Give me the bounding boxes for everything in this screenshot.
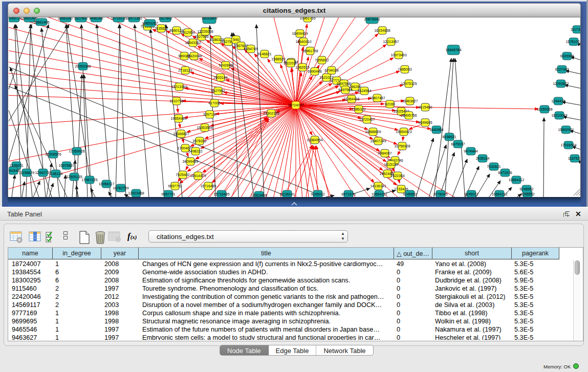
svg-text:7955812: 7955812 (315, 58, 329, 62)
svg-text:12213957: 12213957 (383, 40, 399, 43)
svg-text:20053346: 20053346 (75, 64, 91, 68)
svg-text:12923468: 12923468 (251, 193, 267, 197)
svg-text:14055724: 14055724 (9, 17, 22, 20)
svg-text:9245652: 9245652 (403, 192, 417, 196)
svg-text:6990448: 6990448 (308, 70, 321, 73)
svg-text:8778945: 8778945 (433, 192, 447, 196)
svg-text:15692971: 15692971 (558, 128, 574, 132)
svg-text:2522354: 2522354 (390, 174, 404, 178)
svg-text:5498222: 5498222 (188, 149, 202, 153)
svg-text:14136141: 14136141 (370, 184, 386, 188)
svg-text:9227343: 9227343 (555, 68, 569, 71)
svg-text:34099489: 34099489 (182, 160, 198, 163)
svg-text:13226058: 13226058 (197, 30, 213, 33)
svg-text:20691406: 20691406 (33, 20, 49, 24)
svg-text:16210043: 16210043 (551, 114, 567, 117)
svg-text:10961755: 10961755 (299, 17, 315, 20)
svg-text:10463627: 10463627 (402, 99, 418, 103)
svg-text:3624554: 3624554 (357, 89, 371, 93)
svg-text:5322037: 5322037 (284, 61, 297, 65)
svg-text:7635822: 7635822 (154, 27, 168, 30)
svg-text:15751074: 15751074 (565, 40, 581, 43)
svg-text:19166827: 19166827 (173, 132, 189, 136)
svg-text:18724007: 18724007 (288, 103, 303, 107)
svg-text:3578332: 3578332 (192, 139, 206, 143)
svg-text:1588520: 1588520 (271, 57, 285, 61)
svg-text:16971355: 16971355 (126, 17, 142, 20)
svg-text:28495756: 28495756 (401, 114, 417, 117)
svg-text:19654923: 19654923 (396, 130, 411, 134)
svg-text:2718129: 2718129 (178, 69, 192, 72)
svg-text:12923468: 12923468 (128, 191, 144, 195)
svg-text:7986322: 7986322 (352, 107, 365, 111)
svg-text:1145134: 1145134 (49, 172, 63, 176)
svg-text:1527602: 1527602 (74, 17, 88, 20)
svg-text:9657791: 9657791 (168, 184, 182, 188)
svg-text:1167531: 1167531 (568, 157, 581, 160)
svg-text:12975125: 12975125 (401, 82, 417, 85)
svg-text:9474444: 9474444 (464, 149, 477, 153)
svg-text:6794028: 6794028 (324, 69, 338, 72)
svg-text:11136141: 11136141 (279, 192, 295, 196)
svg-text:18407249: 18407249 (370, 139, 386, 143)
svg-text:546: 546 (233, 38, 239, 41)
svg-text:12159358: 12159358 (536, 107, 552, 111)
svg-text:15716485: 15716485 (213, 192, 229, 196)
svg-text:8471676: 8471676 (341, 192, 355, 196)
svg-text:9115460: 9115460 (419, 105, 432, 109)
svg-text:15716485: 15716485 (200, 184, 216, 188)
svg-text:16154838: 16154838 (374, 29, 390, 32)
svg-text:10807487: 10807487 (369, 96, 385, 100)
svg-text:7485003: 7485003 (398, 68, 411, 71)
svg-text:17957225: 17957225 (81, 178, 97, 182)
svg-text:3267110: 3267110 (203, 113, 217, 116)
svg-text:9329906: 9329906 (560, 54, 574, 58)
svg-text:9146821: 9146821 (257, 52, 271, 56)
svg-text:16543362: 16543362 (185, 41, 201, 45)
svg-text:9245652: 9245652 (519, 187, 533, 191)
svg-text:9912954: 9912954 (181, 31, 194, 34)
svg-text:8938921: 8938921 (442, 135, 456, 139)
svg-text:62160: 62160 (385, 102, 395, 106)
svg-text:16961758: 16961758 (302, 49, 318, 53)
svg-text:15720407: 15720407 (359, 118, 375, 121)
svg-text:8454749: 8454749 (244, 47, 257, 51)
svg-text:18640910: 18640910 (295, 40, 311, 43)
svg-text:1610755: 1610755 (169, 99, 183, 103)
svg-text:16033809: 16033809 (201, 17, 217, 20)
svg-text:10654112: 10654112 (492, 192, 508, 196)
svg-text:9245012: 9245012 (311, 192, 324, 196)
svg-text:6479197: 6479197 (451, 142, 465, 146)
svg-text:20876642: 20876642 (364, 17, 380, 21)
svg-text:11156829: 11156829 (19, 171, 34, 174)
svg-text:22420046: 22420046 (186, 54, 202, 58)
svg-text:21364436: 21364436 (343, 97, 359, 101)
svg-text:417006: 417006 (208, 101, 220, 105)
svg-text:1615132: 1615132 (384, 163, 398, 166)
svg-text:19384554: 19384554 (307, 138, 322, 142)
svg-text:1733426: 1733426 (394, 187, 408, 191)
svg-text:1362615: 1362615 (295, 65, 309, 69)
svg-text:1117345: 1117345 (571, 28, 581, 31)
svg-text:8471676: 8471676 (498, 171, 512, 174)
svg-text:19654984: 19654984 (170, 117, 186, 120)
svg-text:7632621: 7632621 (487, 165, 500, 168)
svg-text:2803144: 2803144 (213, 76, 227, 79)
svg-text:17359928: 17359928 (69, 149, 84, 153)
svg-text:12505135: 12505135 (66, 175, 82, 179)
svg-text:16782759: 16782759 (113, 186, 128, 190)
svg-text:10973493: 10973493 (390, 53, 406, 57)
svg-text:1640954: 1640954 (429, 128, 443, 132)
svg-text:991549: 991549 (9, 169, 19, 172)
svg-text:10653267: 10653267 (57, 17, 73, 20)
svg-text:10756928: 10756928 (394, 144, 410, 148)
svg-text:9657791: 9657791 (161, 192, 175, 196)
svg-text:9242848: 9242848 (219, 63, 232, 67)
svg-text:16914479: 16914479 (190, 174, 206, 178)
svg-text:16409419: 16409419 (292, 32, 308, 35)
svg-text:8466160: 8466160 (89, 17, 103, 20)
svg-text:9245012: 9245012 (464, 192, 478, 196)
svg-text:9699695: 9699695 (418, 121, 432, 124)
svg-text:10688609: 10688609 (365, 130, 381, 134)
svg-text:1244415: 1244415 (551, 99, 565, 103)
